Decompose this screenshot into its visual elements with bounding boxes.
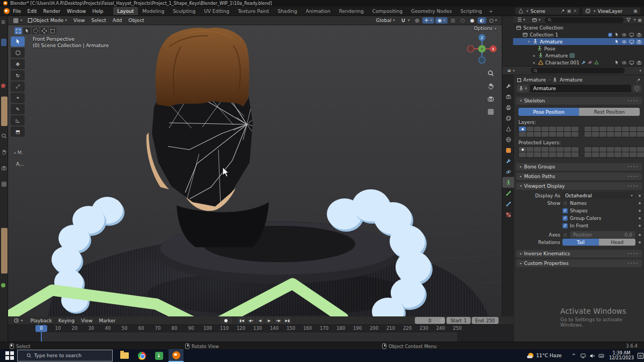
disable-render-icon[interactable] (636, 32, 642, 38)
select-box-mode-button[interactable] (14, 27, 22, 34)
in-front-checkbox[interactable]: ✓ (562, 223, 568, 228)
tab-scene[interactable] (502, 123, 514, 134)
armature-layer-cell[interactable] (592, 147, 599, 152)
armature-layer-cell[interactable] (549, 127, 556, 131)
tab-view-layer[interactable] (502, 113, 514, 123)
disable-viewport-icon[interactable] (629, 39, 634, 45)
id-type-icon[interactable]: ▾ (517, 85, 529, 92)
tab-world[interactable] (502, 134, 514, 145)
panel-skeleton[interactable]: ▾Skeleton∙∙∙∙ (516, 97, 642, 105)
armature-layer-cell[interactable] (557, 132, 564, 137)
menubar-item[interactable]: Render (40, 8, 64, 15)
tool-scale[interactable]: ⤢ (11, 82, 25, 92)
viewlayer-selector[interactable]: ▾ ViewLayer ▣ (582, 8, 640, 14)
panel-bone-groups[interactable]: ▸Bone Groups∙∙∙∙ (516, 163, 642, 171)
armature-layer-cell[interactable] (541, 152, 548, 157)
tab-bone-constraints[interactable] (502, 198, 514, 209)
pin-icon[interactable] (560, 9, 565, 13)
editor-type-button[interactable]: ☰▾ (515, 17, 528, 23)
layer-grid[interactable] (518, 126, 579, 137)
disable-viewport-icon[interactable] (629, 32, 634, 38)
timeline-tick[interactable]: 40 (105, 326, 111, 331)
hide-eye-icon[interactable] (621, 60, 627, 65)
disable-render-icon[interactable] (636, 60, 642, 65)
panel-motion-paths[interactable]: ▸Motion Paths∙∙∙∙ (516, 173, 642, 180)
tool-move[interactable]: ✥ (11, 59, 25, 69)
armature-layer-cell[interactable] (534, 127, 541, 131)
orthographic-toggle-icon[interactable] (487, 108, 494, 115)
workspace-tab[interactable]: Layout (113, 7, 138, 15)
timeline-menu-item[interactable]: Keying (55, 317, 78, 324)
notification-center-icon[interactable] (636, 349, 644, 362)
workspace-tab[interactable]: UV Editing (200, 7, 233, 15)
search-input[interactable] (34, 353, 104, 358)
timeline-tick[interactable]: 20 (72, 326, 78, 331)
mode-selector[interactable]: Object Mode▾ (26, 17, 69, 24)
properties-search[interactable] (531, 68, 625, 73)
tool-measure[interactable]: ◺ (11, 115, 25, 125)
select-paint-mode-button[interactable] (49, 27, 56, 34)
hide-eye-icon[interactable] (621, 39, 627, 45)
armature-layer-cell[interactable] (622, 132, 629, 137)
armature-layer-cell[interactable] (592, 152, 599, 157)
armature-layer-cell[interactable] (637, 152, 644, 157)
play-reverse-button[interactable]: ◀ (256, 317, 264, 324)
workspace-tab[interactable]: Geometry Nodes (407, 7, 456, 15)
armature-layer-cell[interactable] (534, 147, 541, 152)
menubar-item[interactable]: Window (64, 8, 90, 15)
layer-grid[interactable] (584, 146, 644, 158)
breadcrumb-object[interactable]: Armature (523, 77, 546, 83)
taskbar-clock[interactable]: 1:39 AM 12/21/2023 (608, 349, 635, 362)
selectable-cursor-icon[interactable] (614, 60, 619, 65)
viewport-menu-item[interactable]: Select (88, 17, 109, 24)
animate-dot-icon[interactable] (639, 210, 641, 212)
armature-layer-cell[interactable] (564, 147, 571, 152)
timeline-tick[interactable]: 220 (403, 326, 412, 331)
armature-layer-cell[interactable] (630, 147, 636, 152)
rest-position-button[interactable]: Rest Position (579, 108, 640, 116)
timeline-tick[interactable]: 250 (453, 326, 462, 331)
viewport-menu-item[interactable]: View (70, 17, 88, 24)
fake-user-shield-icon[interactable] (633, 85, 641, 92)
timeline-tick[interactable]: 200 (370, 326, 378, 331)
timeline-tick[interactable]: 110 (220, 326, 229, 331)
editor-type-button[interactable]: ≡▾ (505, 68, 517, 74)
exclude-checkbox[interactable]: ✓ (608, 33, 612, 37)
axes-position-slider[interactable]: Position0.0 (570, 231, 635, 238)
prev-keyframe-button[interactable]: ◀∙ (247, 317, 255, 324)
viewport-canvas[interactable] (8, 25, 502, 316)
panel-custom-properties[interactable]: ▸Custom Properties∙∙∙∙ (516, 260, 642, 267)
new-viewlayer-icon[interactable]: ▣ (633, 9, 638, 13)
timeline-menu-item[interactable]: Playback (27, 317, 55, 324)
viewport-menu-item[interactable]: Add (109, 17, 125, 24)
armature-layer-cell[interactable] (622, 127, 629, 131)
timeline-tick[interactable]: 50 (122, 326, 128, 331)
armature-layer-cell[interactable] (622, 147, 629, 152)
armature-layer-cell[interactable] (637, 132, 644, 137)
armature-layer-cell[interactable] (637, 147, 644, 152)
tab-physics[interactable] (502, 166, 514, 177)
timeline-ruler-area[interactable]: 0102030405060708090100110120130140150160… (8, 325, 514, 342)
snap-magnet-button[interactable]: ▾ (398, 17, 412, 24)
armature-layer-cell[interactable] (630, 132, 636, 137)
tray-network-icon[interactable] (579, 349, 587, 362)
timeline-tick[interactable]: 90 (188, 326, 194, 331)
pan-hand-icon[interactable] (487, 83, 494, 90)
close-icon[interactable]: × (573, 9, 577, 13)
timeline-tick[interactable]: 160 (303, 326, 312, 331)
layer-grid[interactable] (518, 146, 579, 158)
axes-checkbox[interactable] (562, 232, 568, 238)
tool-cursor[interactable] (11, 48, 25, 58)
datablock-name-field[interactable]: Armature (530, 85, 631, 92)
menubar-item[interactable]: Help (89, 8, 107, 15)
tab-bone[interactable] (502, 188, 514, 198)
timeline-tick[interactable]: 150 (287, 326, 295, 331)
armature-layer-cell[interactable] (541, 147, 548, 152)
jump-to-start-button[interactable]: ▮◀ (238, 317, 246, 324)
workspace-tab[interactable]: Compositing (368, 7, 407, 15)
select-lasso-mode-button[interactable] (40, 27, 48, 34)
add-workspace-button[interactable]: + (486, 9, 496, 14)
names-checkbox[interactable] (562, 201, 568, 206)
camera-view-icon[interactable] (487, 95, 494, 102)
armature-layer-cell[interactable] (534, 132, 541, 137)
